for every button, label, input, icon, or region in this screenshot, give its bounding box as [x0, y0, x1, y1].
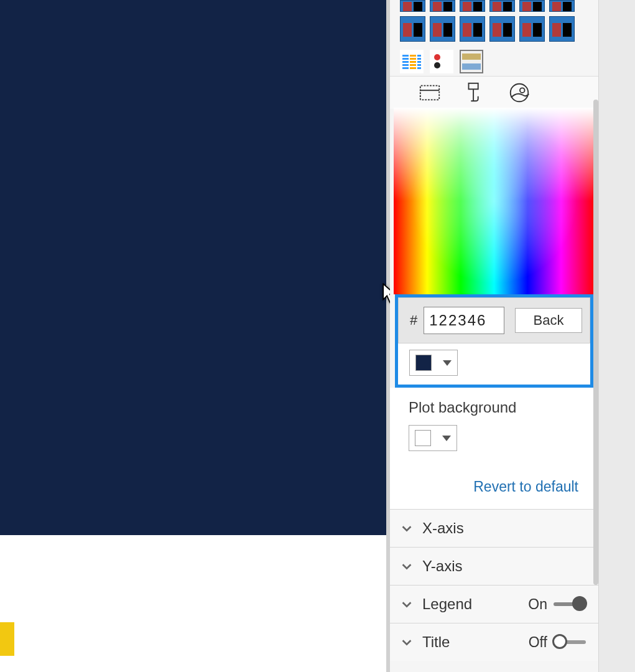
chevron-down-icon [400, 521, 414, 535]
viz-type-icon[interactable] [400, 16, 425, 42]
caret-down-icon [442, 436, 451, 441]
viz-type-icon[interactable] [460, 16, 485, 42]
viz-type-icon[interactable] [549, 0, 575, 12]
svg-point-4 [520, 88, 525, 93]
page-tab-indicator[interactable] [0, 622, 14, 656]
revert-to-default-link[interactable]: Revert to default [409, 478, 578, 495]
viz-type-icon[interactable] [519, 0, 545, 12]
scrollbar-thumb[interactable] [593, 100, 598, 585]
legend-toggle[interactable]: On [528, 596, 586, 613]
hex-input[interactable] [424, 307, 504, 334]
color-swatch [415, 430, 431, 446]
viz-extra-list-icon[interactable] [460, 50, 483, 73]
accordion-x-axis[interactable]: X-axis [390, 509, 598, 547]
plot-background-label: Plot background [409, 399, 583, 416]
report-canvas[interactable] [0, 0, 386, 535]
viz-type-icon[interactable] [430, 16, 455, 42]
visualizations-pane: # Back Plot background [390, 0, 598, 672]
viz-type-icon[interactable] [489, 16, 515, 42]
caret-down-icon [443, 360, 452, 366]
format-tab-icon[interactable] [462, 80, 487, 105]
color-swatch [415, 355, 432, 371]
viz-type-icon[interactable] [489, 0, 515, 12]
viz-type-icon[interactable] [519, 16, 545, 42]
viz-type-icon[interactable] [430, 0, 455, 12]
chevron-down-icon [400, 635, 414, 649]
back-button[interactable]: Back [515, 308, 582, 333]
accordion-label: Title [422, 633, 520, 651]
viz-type-icon[interactable] [460, 0, 485, 12]
accordion-label: Y-axis [422, 558, 586, 575]
svg-rect-0 [420, 86, 439, 100]
fields-tab-icon[interactable] [417, 80, 442, 105]
toggle-state-label: On [528, 596, 547, 613]
title-toggle[interactable]: Off [529, 634, 586, 651]
accordion-title[interactable]: Title Off [390, 623, 598, 661]
toggle-state-label: Off [529, 634, 547, 651]
collapsed-fields-pane[interactable] [598, 0, 635, 672]
color-swatch-dropdown[interactable] [409, 350, 458, 376]
hex-input-highlight: # Back [395, 294, 593, 388]
viz-type-icon[interactable] [549, 16, 575, 42]
chevron-down-icon [400, 597, 414, 611]
plot-bg-color-dropdown[interactable] [409, 425, 457, 451]
accordion-label: Legend [422, 595, 519, 613]
hash-label: # [410, 312, 417, 329]
accordion-legend[interactable]: Legend On [390, 585, 598, 623]
analytics-tab-icon[interactable] [507, 80, 532, 105]
viz-extra-grid-icon[interactable] [400, 50, 424, 73]
color-picker: # Back [394, 108, 595, 388]
svg-point-3 [511, 84, 529, 102]
chevron-down-icon [400, 559, 414, 573]
accordion-y-axis[interactable]: Y-axis [390, 547, 598, 585]
viz-extra-dots-icon[interactable] [430, 50, 453, 73]
visualization-gallery [390, 0, 598, 46]
svg-rect-2 [469, 83, 478, 90]
accordion-label: X-axis [422, 520, 586, 537]
viz-type-icon[interactable] [400, 0, 425, 12]
color-spectrum[interactable] [394, 108, 595, 294]
